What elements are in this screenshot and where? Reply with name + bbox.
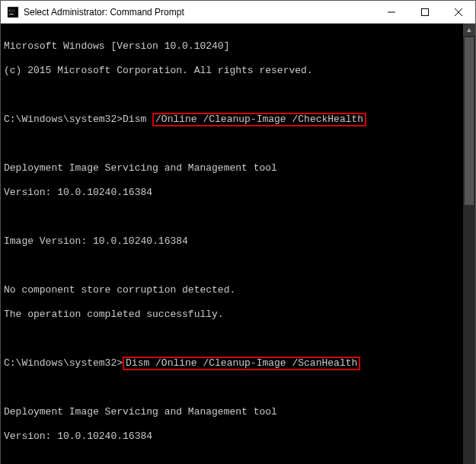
terminal-line <box>4 455 460 464</box>
scrollbar-thumb[interactable] <box>465 37 474 205</box>
svg-rect-4 <box>422 8 429 15</box>
terminal-line: (c) 2015 Microsoft Corporation. All righ… <box>4 65 460 77</box>
scroll-up-button[interactable]: ▲ <box>463 24 475 36</box>
terminal-line: No component store corruption detected. <box>4 284 460 296</box>
terminal-line <box>4 260 460 272</box>
client-area: Microsoft Windows [Version 10.0.10240] (… <box>1 24 475 464</box>
terminal-line: The operation completed successfully. <box>4 309 460 321</box>
terminal-line <box>4 211 460 223</box>
terminal-line: Version: 10.0.10240.16384 <box>4 430 460 443</box>
titlebar[interactable]: C:\ Select Administrator: Command Prompt <box>1 1 475 24</box>
terminal-prompt-line: C:\Windows\system32>Dism /Online /Cleanu… <box>4 114 460 126</box>
terminal-line: Deployment Image Servicing and Managemen… <box>4 162 460 174</box>
highlighted-command: /Online /Cleanup-Image /CheckHealth <box>152 113 366 126</box>
terminal-line <box>4 89 460 101</box>
terminal-line: Image Version: 10.0.10240.16384 <box>4 235 460 248</box>
scrollbar[interactable]: ▲ ▼ <box>463 24 475 464</box>
close-button[interactable] <box>442 1 475 24</box>
window-frame: C:\ Select Administrator: Command Prompt… <box>0 0 476 464</box>
terminal-line: Microsoft Windows [Version 10.0.10240] <box>4 40 460 53</box>
terminal-line: Deployment Image Servicing and Managemen… <box>4 406 460 418</box>
terminal-content: Microsoft Windows [Version 10.0.10240] (… <box>1 24 463 464</box>
terminal-line <box>4 138 460 150</box>
minimize-button[interactable] <box>375 1 408 24</box>
prompt-text: C:\Windows\system32> <box>4 357 123 369</box>
maximize-button[interactable] <box>408 1 442 24</box>
app-icon: C:\ <box>7 6 19 18</box>
terminal-line <box>4 333 460 345</box>
terminal-viewport[interactable]: Microsoft Windows [Version 10.0.10240] (… <box>1 24 463 464</box>
svg-rect-2 <box>9 14 14 14</box>
window-title: Select Administrator: Command Prompt <box>24 7 184 18</box>
terminal-line <box>4 382 460 394</box>
svg-text:C:\: C:\ <box>9 8 15 13</box>
terminal-prompt-line: C:\Windows\system32>Dism /Online /Cleanu… <box>4 357 460 370</box>
terminal-line: Version: 10.0.10240.16384 <box>4 187 460 199</box>
prompt-text: C:\Windows\system32>Dism <box>4 114 152 125</box>
highlighted-command: Dism /Online /Cleanup-Image /ScanHealth <box>123 357 360 370</box>
